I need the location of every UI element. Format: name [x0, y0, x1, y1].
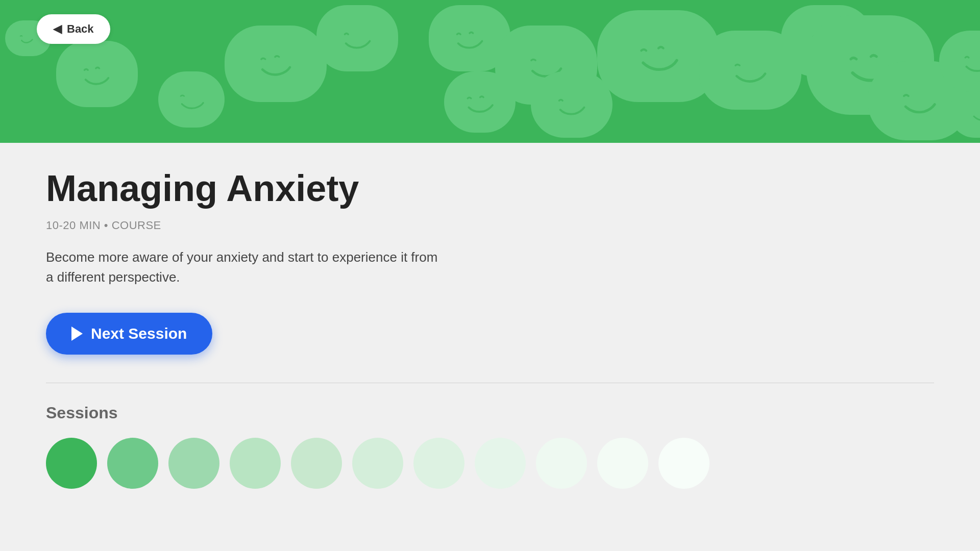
back-arrow-icon: ◀ — [53, 22, 62, 36]
back-button[interactable]: ◀ Back — [37, 14, 110, 44]
session-circle-10[interactable] — [597, 438, 648, 489]
session-circle-7[interactable] — [413, 438, 464, 489]
hero-banner: ◀ Back — [0, 0, 980, 143]
decorative-blob — [531, 71, 612, 138]
content-section: Managing Anxiety 10-20 MIN • COURSE Beco… — [0, 143, 980, 509]
session-circle-9[interactable] — [536, 438, 587, 489]
section-divider — [46, 383, 934, 383]
session-circle-11[interactable] — [658, 438, 709, 489]
session-circle-2[interactable] — [107, 438, 158, 489]
next-session-button[interactable]: Next Session — [46, 313, 212, 355]
decorative-blob — [56, 41, 138, 107]
decorative-blob — [444, 71, 516, 133]
session-circle-3[interactable] — [168, 438, 219, 489]
sessions-title: Sessions — [46, 404, 934, 422]
next-session-label: Next Session — [91, 325, 187, 342]
back-button-label: Back — [67, 22, 94, 36]
session-circle-6[interactable] — [352, 438, 403, 489]
sessions-row — [46, 438, 934, 489]
course-title: Managing Anxiety — [46, 168, 934, 209]
decorative-blob — [225, 26, 327, 102]
session-circle-5[interactable] — [291, 438, 342, 489]
course-description: Become more aware of your anxiety and st… — [46, 247, 444, 287]
decorative-blob — [158, 71, 225, 128]
play-icon — [71, 327, 83, 341]
session-circle-8[interactable] — [475, 438, 526, 489]
decorative-blob — [316, 5, 398, 71]
session-circle-4[interactable] — [230, 438, 281, 489]
course-meta: 10-20 MIN • COURSE — [46, 219, 934, 232]
session-circle-1[interactable] — [46, 438, 97, 489]
